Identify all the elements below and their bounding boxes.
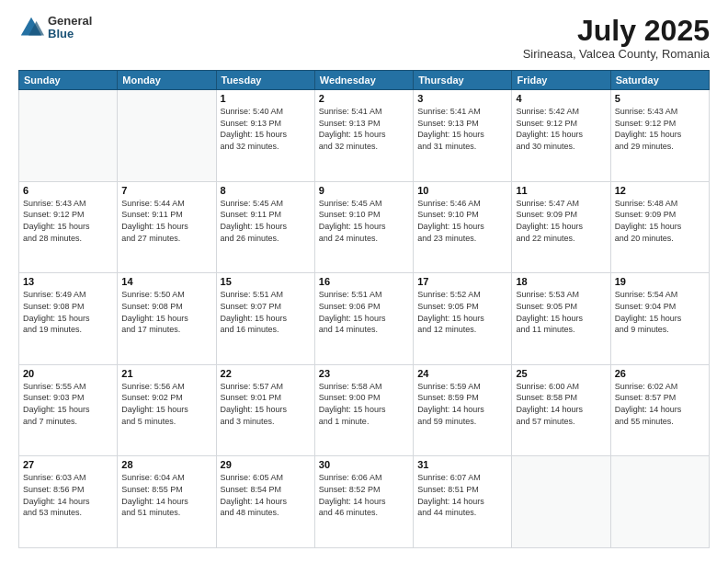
day-info: Sunrise: 6:03 AM Sunset: 8:56 PM Dayligh… <box>23 472 113 518</box>
day-info: Sunrise: 5:55 AM Sunset: 9:03 PM Dayligh… <box>23 381 113 427</box>
logo: General Blue <box>18 15 92 41</box>
day-info: Sunrise: 5:58 AM Sunset: 9:00 PM Dayligh… <box>319 381 409 427</box>
day-number: 21 <box>121 368 211 379</box>
day-info: Sunrise: 5:48 AM Sunset: 9:09 PM Dayligh… <box>615 198 705 244</box>
day-number: 6 <box>23 185 113 196</box>
calendar-cell: 4Sunrise: 5:42 AM Sunset: 9:12 PM Daylig… <box>512 90 610 182</box>
day-info: Sunrise: 6:05 AM Sunset: 8:54 PM Dayligh… <box>221 472 311 518</box>
calendar-cell: 25Sunrise: 6:00 AM Sunset: 8:58 PM Dayli… <box>512 364 610 456</box>
day-number: 20 <box>23 368 113 379</box>
day-info: Sunrise: 5:43 AM Sunset: 9:12 PM Dayligh… <box>615 106 705 152</box>
day-header-thursday: Thursday <box>414 71 512 90</box>
calendar-cell: 6Sunrise: 5:43 AM Sunset: 9:12 PM Daylig… <box>19 181 118 273</box>
calendar-cell: 13Sunrise: 5:49 AM Sunset: 9:08 PM Dayli… <box>19 273 118 365</box>
day-info: Sunrise: 5:54 AM Sunset: 9:04 PM Dayligh… <box>615 289 705 335</box>
calendar-cell: 5Sunrise: 5:43 AM Sunset: 9:12 PM Daylig… <box>610 90 709 182</box>
day-number: 9 <box>319 185 409 196</box>
calendar-cell: 7Sunrise: 5:44 AM Sunset: 9:11 PM Daylig… <box>118 181 216 273</box>
calendar-cell: 3Sunrise: 5:41 AM Sunset: 9:13 PM Daylig… <box>414 90 512 182</box>
day-info: Sunrise: 5:47 AM Sunset: 9:09 PM Dayligh… <box>516 198 606 244</box>
day-header-saturday: Saturday <box>610 71 709 90</box>
calendar-cell: 30Sunrise: 6:06 AM Sunset: 8:52 PM Dayli… <box>314 456 413 548</box>
day-info: Sunrise: 5:44 AM Sunset: 9:11 PM Dayligh… <box>121 198 211 244</box>
day-info: Sunrise: 5:50 AM Sunset: 9:08 PM Dayligh… <box>121 289 211 335</box>
header: General Blue July 2025 Sirineasa, Valcea… <box>18 15 710 61</box>
day-header-sunday: Sunday <box>19 71 118 90</box>
calendar-cell: 17Sunrise: 5:52 AM Sunset: 9:05 PM Dayli… <box>414 273 512 365</box>
calendar-cell: 24Sunrise: 5:59 AM Sunset: 8:59 PM Dayli… <box>414 364 512 456</box>
day-header-tuesday: Tuesday <box>216 71 314 90</box>
calendar-cell: 18Sunrise: 5:53 AM Sunset: 9:05 PM Dayli… <box>512 273 610 365</box>
calendar-cell: 31Sunrise: 6:07 AM Sunset: 8:51 PM Dayli… <box>414 456 512 548</box>
calendar-cell <box>610 456 709 548</box>
day-info: Sunrise: 6:07 AM Sunset: 8:51 PM Dayligh… <box>417 472 507 518</box>
day-number: 15 <box>221 276 311 287</box>
calendar-cell <box>118 90 216 182</box>
day-header-monday: Monday <box>118 71 216 90</box>
day-number: 25 <box>516 368 606 379</box>
week-row-3: 13Sunrise: 5:49 AM Sunset: 9:08 PM Dayli… <box>19 273 710 365</box>
day-info: Sunrise: 5:41 AM Sunset: 9:13 PM Dayligh… <box>417 106 507 152</box>
day-info: Sunrise: 5:43 AM Sunset: 9:12 PM Dayligh… <box>23 198 113 244</box>
day-info: Sunrise: 5:56 AM Sunset: 9:02 PM Dayligh… <box>121 381 211 427</box>
logo-blue: Blue <box>48 28 92 40</box>
day-info: Sunrise: 5:45 AM Sunset: 9:10 PM Dayligh… <box>319 198 409 244</box>
day-number: 29 <box>221 459 311 470</box>
logo-general: General <box>48 15 92 28</box>
day-info: Sunrise: 5:45 AM Sunset: 9:11 PM Dayligh… <box>221 198 311 244</box>
day-info: Sunrise: 5:49 AM Sunset: 9:08 PM Dayligh… <box>23 289 113 335</box>
calendar-cell <box>19 90 118 182</box>
day-number: 18 <box>516 276 606 287</box>
day-number: 24 <box>417 368 507 379</box>
day-info: Sunrise: 6:02 AM Sunset: 8:57 PM Dayligh… <box>615 381 705 427</box>
calendar-cell <box>512 456 610 548</box>
week-row-1: 1Sunrise: 5:40 AM Sunset: 9:13 PM Daylig… <box>19 90 710 182</box>
week-row-2: 6Sunrise: 5:43 AM Sunset: 9:12 PM Daylig… <box>19 181 710 273</box>
day-number: 13 <box>23 276 113 287</box>
calendar-cell: 16Sunrise: 5:51 AM Sunset: 9:06 PM Dayli… <box>314 273 413 365</box>
calendar-cell: 28Sunrise: 6:04 AM Sunset: 8:55 PM Dayli… <box>118 456 216 548</box>
day-number: 16 <box>319 276 409 287</box>
day-info: Sunrise: 5:59 AM Sunset: 8:59 PM Dayligh… <box>417 381 507 427</box>
day-info: Sunrise: 6:04 AM Sunset: 8:55 PM Dayligh… <box>121 472 211 518</box>
calendar-cell: 9Sunrise: 5:45 AM Sunset: 9:10 PM Daylig… <box>314 181 413 273</box>
calendar-cell: 12Sunrise: 5:48 AM Sunset: 9:09 PM Dayli… <box>610 181 709 273</box>
calendar-cell: 19Sunrise: 5:54 AM Sunset: 9:04 PM Dayli… <box>610 273 709 365</box>
day-number: 26 <box>615 368 705 379</box>
day-number: 8 <box>221 185 311 196</box>
day-header-friday: Friday <box>512 71 610 90</box>
calendar-cell: 8Sunrise: 5:45 AM Sunset: 9:11 PM Daylig… <box>216 181 314 273</box>
day-number: 7 <box>121 185 211 196</box>
day-number: 11 <box>516 185 606 196</box>
day-number: 27 <box>23 459 113 470</box>
day-number: 28 <box>121 459 211 470</box>
day-info: Sunrise: 5:40 AM Sunset: 9:13 PM Dayligh… <box>221 106 311 152</box>
calendar-cell: 29Sunrise: 6:05 AM Sunset: 8:54 PM Dayli… <box>216 456 314 548</box>
day-info: Sunrise: 6:06 AM Sunset: 8:52 PM Dayligh… <box>319 472 409 518</box>
day-info: Sunrise: 5:52 AM Sunset: 9:05 PM Dayligh… <box>417 289 507 335</box>
calendar-cell: 10Sunrise: 5:46 AM Sunset: 9:10 PM Dayli… <box>414 181 512 273</box>
logo-text: General Blue <box>48 15 92 41</box>
calendar-table: SundayMondayTuesdayWednesdayThursdayFrid… <box>18 70 710 548</box>
week-row-4: 20Sunrise: 5:55 AM Sunset: 9:03 PM Dayli… <box>19 364 710 456</box>
title-block: July 2025 Sirineasa, Valcea County, Roma… <box>523 15 710 61</box>
day-info: Sunrise: 6:00 AM Sunset: 8:58 PM Dayligh… <box>516 381 606 427</box>
calendar-cell: 20Sunrise: 5:55 AM Sunset: 9:03 PM Dayli… <box>19 364 118 456</box>
calendar-cell: 2Sunrise: 5:41 AM Sunset: 9:13 PM Daylig… <box>314 90 413 182</box>
calendar-cell: 22Sunrise: 5:57 AM Sunset: 9:01 PM Dayli… <box>216 364 314 456</box>
calendar-cell: 27Sunrise: 6:03 AM Sunset: 8:56 PM Dayli… <box>19 456 118 548</box>
day-info: Sunrise: 5:53 AM Sunset: 9:05 PM Dayligh… <box>516 289 606 335</box>
day-number: 23 <box>319 368 409 379</box>
day-info: Sunrise: 5:51 AM Sunset: 9:06 PM Dayligh… <box>319 289 409 335</box>
day-number: 31 <box>417 459 507 470</box>
day-number: 10 <box>417 185 507 196</box>
day-info: Sunrise: 5:42 AM Sunset: 9:12 PM Dayligh… <box>516 106 606 152</box>
day-info: Sunrise: 5:46 AM Sunset: 9:10 PM Dayligh… <box>417 198 507 244</box>
day-number: 1 <box>221 93 311 104</box>
calendar-cell: 23Sunrise: 5:58 AM Sunset: 9:00 PM Dayli… <box>314 364 413 456</box>
day-number: 22 <box>221 368 311 379</box>
day-info: Sunrise: 5:51 AM Sunset: 9:07 PM Dayligh… <box>221 289 311 335</box>
calendar-page: General Blue July 2025 Sirineasa, Valcea… <box>0 0 728 563</box>
day-info: Sunrise: 5:41 AM Sunset: 9:13 PM Dayligh… <box>319 106 409 152</box>
day-number: 30 <box>319 459 409 470</box>
